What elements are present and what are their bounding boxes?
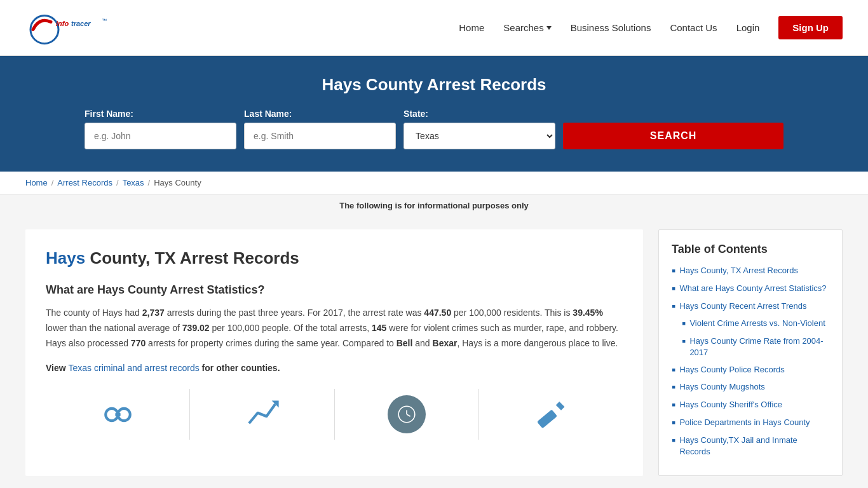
toc-list: ▪Hays County, TX Arrest Records▪What are…	[672, 265, 829, 458]
toc-item: ▪Police Departments in Hays County	[672, 417, 829, 430]
breadcrumb-bar: Home / Arrest Records / Texas / Hays Cou…	[0, 172, 868, 194]
toc-bullet: ▪	[672, 364, 675, 377]
svg-text:™: ™	[102, 17, 107, 23]
breadcrumb-home[interactable]: Home	[25, 178, 48, 187]
trend-icon	[243, 395, 281, 433]
national-average: 739.02	[182, 323, 210, 333]
login-button[interactable]: Login	[736, 22, 760, 33]
first-name-label: First Name:	[85, 109, 236, 119]
toc-link-1[interactable]: What are Hays County Arrest Statistics?	[679, 283, 826, 294]
county-bexar: Bexar	[433, 338, 458, 348]
state-group: State: Texas	[403, 109, 555, 149]
toc-link-5[interactable]: Hays County Police Records	[679, 364, 784, 376]
signup-button[interactable]: Sign Up	[778, 16, 843, 39]
nav-searches[interactable]: Searches	[503, 22, 551, 33]
toc-link-9[interactable]: Hays County,TX Jail and Inmate Records	[679, 435, 829, 458]
toc-link-7[interactable]: Hays County Sheriff's Office	[679, 399, 782, 410]
view-prefix: View	[46, 363, 69, 373]
article-paragraph1: The county of Hays had 2,737 arrests dur…	[46, 306, 623, 351]
toc-item: ▪Hays County Police Records	[672, 364, 829, 377]
breadcrumb-sep-2: /	[116, 178, 119, 187]
toc-bullet: ▪	[682, 318, 686, 330]
article-title-highlight: Hays	[46, 248, 85, 268]
breadcrumb-arrest-records[interactable]: Arrest Records	[57, 178, 112, 187]
icon-trend-item	[190, 389, 334, 440]
svg-rect-12	[537, 409, 557, 428]
pen-icon	[532, 395, 570, 433]
first-name-group: First Name:	[85, 109, 236, 149]
toc-link-0[interactable]: Hays County, TX Arrest Records	[679, 265, 798, 276]
violent-count: 145	[372, 323, 386, 333]
toc-bullet: ▪	[672, 417, 675, 430]
logo[interactable]: info tracer ™	[25, 9, 140, 47]
toc-bullet: ▪	[672, 301, 675, 313]
article-title: Hays County, TX Arrest Records	[46, 248, 623, 268]
toc-bullet: ▪	[672, 265, 675, 278]
toc-item: ▪Violent Crime Arrests vs. Non-Violent	[672, 318, 829, 330]
toc-item: ▪Hays County, TX Arrest Records	[672, 265, 829, 278]
section1-heading: What are Hays County Arrest Statistics?	[46, 283, 623, 297]
toc-item: ▪Hays County,TX Jail and Inmate Records	[672, 435, 829, 458]
toc-link-2[interactable]: Hays County Recent Arrest Trends	[679, 301, 806, 312]
nav-business-solutions[interactable]: Business Solutions	[571, 22, 651, 33]
texas-records-link[interactable]: Texas criminal and arrest records	[69, 363, 200, 373]
toc-link-4[interactable]: Hays County Crime Rate from 2004-2017	[689, 336, 829, 358]
toc-box: Table of Contents ▪Hays County, TX Arres…	[658, 229, 843, 476]
toc-link-6[interactable]: Hays County Mugshots	[679, 381, 764, 393]
breadcrumb-sep-1: /	[51, 178, 54, 187]
state-label: State:	[403, 109, 555, 119]
toc-item: ▪Hays County Sheriff's Office	[672, 399, 829, 412]
last-name-label: Last Name:	[244, 109, 396, 119]
scroll-icon	[388, 395, 426, 433]
article: Hays County, TX Arrest Records What are …	[25, 229, 643, 476]
info-notice: The following is for informational purpo…	[0, 194, 868, 217]
last-name-input[interactable]	[244, 123, 396, 149]
icons-row	[46, 389, 623, 440]
toc-item: ▪What are Hays County Arrest Statistics?	[672, 283, 829, 295]
toc-bullet: ▪	[672, 283, 675, 295]
nav-contact-us[interactable]: Contact Us	[670, 22, 717, 33]
icon-pen-item	[479, 389, 623, 440]
icon-handcuffs-item	[46, 389, 190, 440]
arrest-percent: 39.45%	[573, 308, 602, 318]
chevron-down-icon	[546, 26, 552, 30]
svg-marker-13	[556, 402, 565, 410]
county-bell: Bell	[397, 338, 413, 348]
search-form: First Name: Last Name: State: Texas SEAR…	[85, 109, 783, 149]
toc-bullet: ▪	[682, 336, 686, 348]
nav-home[interactable]: Home	[459, 22, 484, 33]
toc-link-3[interactable]: Violent Crime Arrests vs. Non-Violent	[689, 318, 825, 329]
arrest-rate: 447.50	[424, 308, 451, 318]
toc-bullet: ▪	[672, 399, 675, 412]
toc-item: ▪Hays County Recent Arrest Trends	[672, 301, 829, 313]
search-button[interactable]: SEARCH	[563, 123, 783, 149]
toc-title: Table of Contents	[672, 243, 829, 256]
hero-section: Hays County Arrest Records First Name: L…	[0, 56, 868, 172]
svg-text:tracer: tracer	[71, 19, 91, 27]
breadcrumb-texas[interactable]: Texas	[123, 178, 144, 187]
toc-item: ▪Hays County Crime Rate from 2004-2017	[672, 336, 829, 358]
svg-line-11	[407, 414, 410, 416]
breadcrumb-sep-3: /	[148, 178, 151, 187]
toc-item: ▪Hays County Mugshots	[672, 381, 829, 394]
breadcrumb-county: Hays County	[154, 178, 201, 187]
svg-rect-7	[115, 412, 120, 416]
property-count: 770	[131, 338, 146, 348]
arrest-count: 2,737	[142, 308, 165, 318]
state-select[interactable]: Texas	[403, 123, 555, 149]
first-name-input[interactable]	[85, 123, 236, 149]
toc-bullet: ▪	[672, 435, 675, 447]
main-nav: Home Searches Business Solutions Contact…	[459, 16, 843, 39]
header: info tracer ™ Home Searches Business Sol…	[0, 0, 868, 56]
toc-link-8[interactable]: Police Departments in Hays County	[679, 417, 810, 428]
article-paragraph2: View Texas criminal and arrest records f…	[46, 361, 623, 376]
sidebar: Table of Contents ▪Hays County, TX Arres…	[658, 229, 843, 476]
svg-text:info: info	[56, 19, 69, 27]
page-title: Hays County Arrest Records	[25, 75, 843, 95]
article-title-rest: County, TX Arrest Records	[85, 248, 299, 268]
main-content: Hays County, TX Arrest Records What are …	[0, 217, 868, 488]
handcuffs-icon	[98, 395, 137, 433]
breadcrumb: Home / Arrest Records / Texas / Hays Cou…	[25, 178, 843, 187]
toc-bullet: ▪	[672, 381, 675, 394]
icon-scroll-item	[335, 389, 479, 440]
